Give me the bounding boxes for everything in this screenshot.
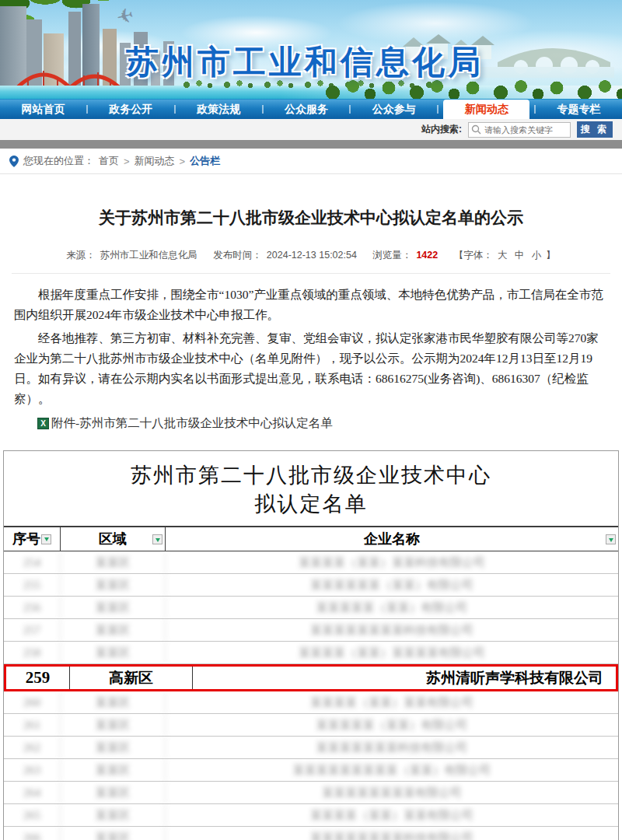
sheet-title-line1: 苏州市第二十八批市级企业技术中心 bbox=[4, 461, 618, 490]
source-label: 来源： bbox=[66, 250, 96, 261]
paragraph-1: 根据年度重点工作安排，围绕全市“1030”产业重点领域的重点领域、本地特色优势产… bbox=[14, 285, 608, 325]
views-count: 1422 bbox=[416, 250, 438, 261]
font-size-close: 】 bbox=[546, 250, 556, 261]
breadcrumb: 您现在的位置： 首页 > 新闻动态 > 公告栏 bbox=[0, 149, 622, 174]
breadcrumb-separator: > bbox=[124, 156, 130, 167]
nav-item-public-service[interactable]: 公众服务 bbox=[264, 100, 350, 119]
table-row: 261 某某区 某某某某某（某某）有限公司 bbox=[4, 714, 618, 737]
table-row: 254 某某区 某某某某（某某）某某科技有限公司 bbox=[4, 551, 618, 574]
breadcrumb-separator: > bbox=[180, 156, 186, 167]
publish-time-label: 发布时间： bbox=[213, 250, 262, 261]
filter-dropdown-seq[interactable] bbox=[41, 534, 51, 544]
highlight-company: 苏州清听声学科技有限公司 bbox=[193, 667, 616, 689]
header-region: 区域 bbox=[61, 527, 166, 551]
sheet-title: 苏州市第二十八批市级企业技术中心 拟认定名单 bbox=[4, 451, 618, 519]
attachment-link[interactable]: X 附件-苏州市第二十八批市级企业技术中心拟认定名单 bbox=[37, 415, 608, 432]
breadcrumb-news[interactable]: 新闻动态 bbox=[135, 154, 175, 168]
site-banner: ✈ 苏州市工业和 bbox=[0, 0, 622, 99]
search-strip: 站内搜索: 搜 索 bbox=[0, 119, 622, 140]
breadcrumb-home[interactable]: 首页 bbox=[99, 154, 119, 168]
site-search-label: 站内搜索: bbox=[421, 123, 462, 136]
search-input[interactable] bbox=[468, 122, 571, 138]
breadcrumb-current[interactable]: 公告栏 bbox=[190, 154, 220, 168]
table-row: 262 某某区 某某某某某某某科技有限公司 bbox=[4, 737, 618, 759]
nav-item-participation[interactable]: 公众参与 bbox=[351, 100, 437, 119]
site-title: 苏州市工业和信息化局 bbox=[126, 40, 484, 84]
table-row: 260 某某区 某某某某（某某）某某有限公司 bbox=[4, 691, 618, 714]
nav-item-gov-info[interactable]: 政务公开 bbox=[88, 100, 174, 119]
header-company: 企业名称 bbox=[166, 527, 618, 551]
publish-time-value: 2024-12-13 15:02:54 bbox=[267, 250, 357, 261]
table-header-row: 序号 区域 企业名称 bbox=[4, 527, 618, 551]
table-row: 263 某某区 某某某某某某某某某（某某）有限公司 bbox=[4, 759, 618, 782]
article-meta: 来源：苏州市工业和信息化局 发布时间：2024-12-13 15:02:54 浏… bbox=[14, 249, 608, 262]
location-pin-icon bbox=[9, 156, 19, 167]
search-button[interactable]: 搜 索 bbox=[577, 121, 613, 138]
nav-item-special-columns[interactable]: 专题专栏 bbox=[536, 100, 622, 119]
search-box bbox=[468, 122, 571, 138]
nav-item-home[interactable]: 网站首页 bbox=[0, 100, 86, 119]
sheet-title-line2: 拟认定名单 bbox=[4, 490, 618, 519]
nav-item-news-active[interactable]: 新闻动态 bbox=[443, 100, 529, 119]
meta-divider bbox=[12, 273, 610, 274]
highlight-seq: 259 bbox=[6, 667, 70, 689]
nav-item-policies[interactable]: 政策法规 bbox=[176, 100, 262, 119]
source-value: 苏州市工业和信息化局 bbox=[100, 250, 197, 261]
header-seq: 序号 bbox=[4, 527, 61, 551]
enterprise-table: 序号 区域 企业名称 254 某某区 某某某某（某某）某某科技有限公司 255 … bbox=[4, 526, 618, 840]
article-body: 根据年度重点工作安排，围绕全市“1030”产业重点领域的重点领域、本地特色优势产… bbox=[14, 285, 608, 409]
article-title: 关于苏州市第二十八批市级企业技术中心拟认定名单的公示 bbox=[14, 207, 608, 229]
gray-divider-band bbox=[0, 140, 622, 149]
attachment-label: 附件-苏州市第二十八批市级企业技术中心拟认定名单 bbox=[51, 415, 333, 432]
highlighted-table-row: 259 高新区 苏州清听声学科技有限公司 bbox=[4, 664, 618, 691]
filter-dropdown-company[interactable] bbox=[606, 534, 616, 544]
views-label: 浏览量： bbox=[372, 250, 411, 261]
paragraph-2: 经各地推荐、第三方初审、材料补充完善、复审、党组会审议，拟认定张家港市民华塑胶有… bbox=[14, 328, 608, 409]
table-row: 264 某某区 某某某某某某某某有限公司 bbox=[4, 782, 618, 804]
excel-file-icon: X bbox=[37, 418, 49, 429]
table-row: 258 某某区 某某某某（某某）某某某某有限公司 bbox=[4, 642, 618, 664]
search-icon bbox=[471, 124, 481, 135]
filter-dropdown-region[interactable] bbox=[152, 534, 162, 544]
table-row: 265 某某区 某某某某（某某）某某有限公司 bbox=[4, 804, 618, 827]
font-size-medium[interactable]: 中 bbox=[515, 250, 525, 261]
table-row: 266 某某区 某某某某某某某某科技有限公司 bbox=[4, 827, 618, 840]
table-row: 256 某某区 某某某某某（某某）有限公司 bbox=[4, 597, 618, 619]
table-row: 257 某某区 某某某某某某某某科技有限公司 bbox=[4, 619, 618, 642]
breadcrumb-prefix: 您现在的位置： bbox=[23, 154, 94, 168]
nav-separator bbox=[437, 105, 439, 114]
font-size-large[interactable]: 大 bbox=[498, 250, 508, 261]
attachment-table-image: 苏州市第二十八批市级企业技术中心 拟认定名单 序号 区域 企业名称 254 某某… bbox=[3, 450, 619, 840]
table-row: 255 某某区 某某某某某某（某某）有限公司 bbox=[4, 574, 618, 597]
font-size-small[interactable]: 小 bbox=[532, 250, 542, 261]
font-size-open: 【字体： bbox=[454, 250, 493, 261]
article-content: 关于苏州市第二十八批市级企业技术中心拟认定名单的公示 来源：苏州市工业和信息化局… bbox=[0, 207, 622, 432]
highlight-region: 高新区 bbox=[70, 667, 193, 689]
main-navigation: 网站首页 政务公开 政策法规 公众服务 公众参与 新闻动态 专题专栏 bbox=[0, 99, 622, 119]
